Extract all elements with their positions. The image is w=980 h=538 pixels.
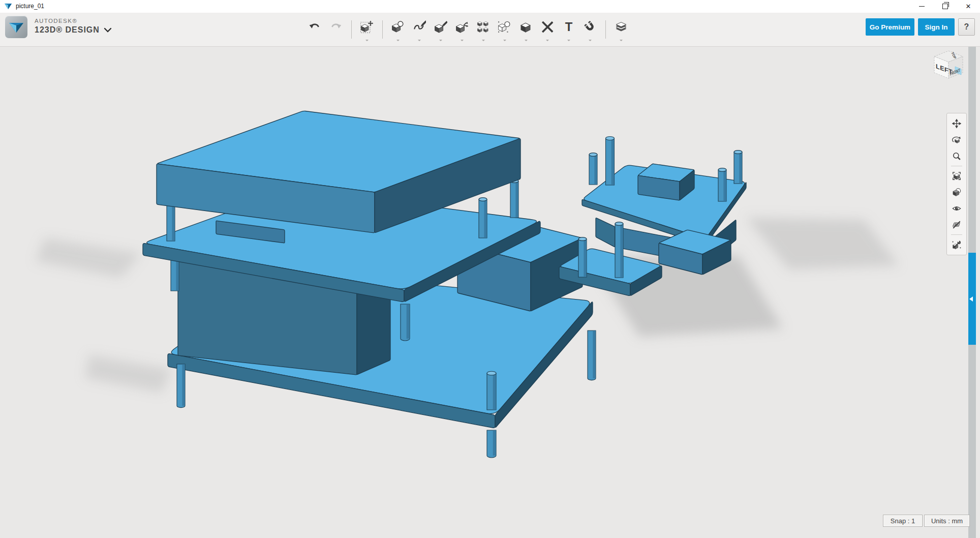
3d-viewport-scene (0, 47, 980, 538)
navrail-separator (951, 166, 962, 166)
nav-pan-button[interactable] (949, 115, 964, 132)
fit-icon (952, 170, 961, 182)
grouping-icon (498, 20, 511, 34)
brand-block: AUTODESK® 123D® DESIGN (35, 18, 100, 34)
navigation-rail (946, 113, 967, 255)
dropdown-caret-icon (418, 40, 421, 41)
restore-button[interactable] (933, 0, 957, 13)
zoom-icon (952, 151, 961, 162)
toolbar-primitives-button[interactable] (388, 16, 408, 43)
undo-icon (308, 20, 321, 34)
panel-expander-arrow-icon (969, 296, 973, 302)
minimize-icon (919, 6, 925, 7)
pan-icon (952, 118, 961, 129)
dropdown-caret-icon (482, 40, 485, 41)
snap-setting-badge[interactable]: Snap : 1 (883, 515, 923, 527)
main-toolbar: T (304, 14, 632, 45)
brand-line1: AUTODESK® (35, 18, 100, 24)
measure-icon (541, 20, 554, 34)
view-cube[interactable]: TOP LEFT FRONT (927, 47, 971, 89)
nav-visibility-button[interactable] (949, 200, 964, 217)
navrail-separator (951, 234, 962, 235)
toolbar-separator (351, 20, 352, 39)
sign-in-button[interactable]: Sign In (918, 18, 955, 36)
main-menu-chevron-button[interactable] (101, 24, 114, 35)
app-header: AUTODESK® 123D® DESIGN T Go Premium Sign… (0, 13, 980, 47)
nav-fit-button[interactable] (949, 168, 964, 184)
nav-snap-toggle-button[interactable] (949, 236, 964, 253)
toolbar-separator (382, 20, 383, 39)
toolbar-text-button[interactable]: T (559, 16, 578, 43)
app-icon (4, 3, 12, 10)
transform-icon (360, 20, 374, 34)
material-icon (615, 20, 628, 34)
toolbar-transform-button[interactable] (357, 16, 377, 43)
window-title: picture_01 (16, 3, 44, 10)
toolbar-separator (605, 20, 606, 39)
toolbar-undo-button[interactable] (305, 16, 324, 43)
dropdown-caret-icon (439, 40, 442, 41)
go-premium-button[interactable]: Go Premium (866, 18, 914, 36)
toolbar-sketch-button[interactable] (410, 16, 429, 43)
nav-shade-button[interactable] (949, 184, 964, 200)
right-panel-strip (968, 47, 976, 538)
close-icon: ✕ (966, 3, 971, 10)
snap-icon (584, 20, 597, 34)
toolbar-pattern-button[interactable] (474, 16, 493, 43)
dropdown-caret-icon (365, 40, 369, 41)
help-button[interactable]: ? (958, 18, 975, 36)
modify-icon (455, 20, 469, 34)
toolbar-material-button[interactable] (611, 16, 631, 43)
toolbar-redo-button[interactable] (326, 16, 346, 43)
dropdown-caret-icon (589, 40, 592, 41)
restore-icon (942, 4, 948, 9)
3d-viewport[interactable]: TOP LEFT FRONT Snap : 1 Units : mm (0, 47, 980, 538)
dropdown-caret-icon (620, 40, 623, 41)
toolbar-measure-button[interactable] (538, 16, 557, 43)
orbit-icon (952, 134, 961, 145)
units-setting-badge[interactable]: Units : mm (924, 515, 970, 527)
toolbar-grouping-button[interactable] (495, 16, 514, 43)
dropdown-caret-icon (525, 40, 528, 41)
sketch-icon (413, 20, 426, 34)
grid-toggle-icon (952, 219, 961, 230)
dropdown-caret-icon (567, 40, 570, 41)
visibility-icon (952, 203, 961, 214)
primitives-icon (391, 20, 405, 34)
nav-orbit-button[interactable] (949, 132, 964, 148)
snap-toggle-icon (952, 239, 961, 250)
construct-icon (434, 20, 447, 34)
dropdown-caret-icon (461, 40, 464, 41)
dropdown-caret-icon (503, 40, 506, 41)
redo-icon (329, 20, 343, 34)
nav-zoom-button[interactable] (949, 148, 964, 164)
title-bar: picture_01 ✕ (0, 0, 980, 13)
text-icon: T (562, 20, 575, 34)
logo-triangle-icon (5, 16, 27, 38)
close-button[interactable]: ✕ (957, 0, 980, 13)
toolbar-combine-button[interactable] (516, 16, 536, 43)
panel-expander-handle[interactable] (968, 253, 976, 345)
toolbar-snap-button[interactable] (580, 16, 600, 43)
minimize-button[interactable] (910, 0, 933, 13)
nav-grid-toggle-button[interactable] (949, 217, 964, 233)
shade-icon (952, 187, 961, 198)
dropdown-caret-icon (396, 40, 400, 41)
dropdown-caret-icon (546, 40, 549, 41)
toolbar-modify-button[interactable] (452, 16, 472, 43)
svg-text:T: T (565, 20, 573, 34)
brand-line2: 123D® DESIGN (35, 25, 100, 35)
toolbar-construct-button[interactable] (431, 16, 450, 43)
autodesk-123d-logo[interactable] (5, 16, 27, 38)
combine-icon (519, 20, 533, 34)
chevron-down-icon (104, 27, 112, 33)
pattern-icon (477, 20, 490, 34)
